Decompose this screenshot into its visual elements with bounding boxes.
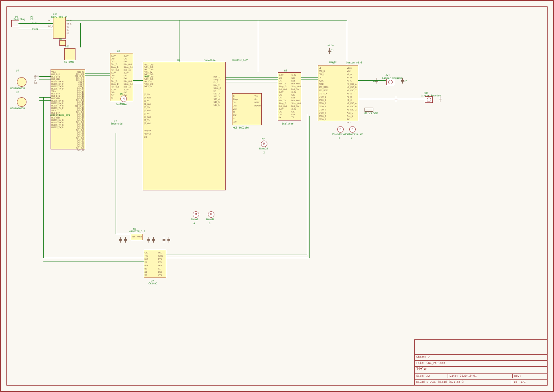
pin-label: Q5_V+ bbox=[144, 106, 151, 109]
pin-label: M0_A bbox=[347, 73, 356, 76]
mks-name: MKS_TMC2160 bbox=[233, 126, 249, 129]
usb-a-gnd: GND bbox=[34, 82, 37, 84]
pin-label: GND bbox=[124, 91, 133, 94]
ch340-left: GNDTXDRXDV3UD+UD-XIXO bbox=[145, 251, 148, 277]
pin-label: 3.3V bbox=[111, 71, 119, 74]
pin-label: Step_Out bbox=[124, 83, 133, 86]
kbpc-vp: V+ bbox=[67, 26, 69, 28]
wire bbox=[43, 97, 44, 258]
smoothie-name: Smoothie bbox=[204, 59, 216, 61]
pin-label: SCK bbox=[233, 114, 238, 117]
pin-label: Step_Out bbox=[291, 85, 301, 88]
pin-label: M0_B bbox=[347, 76, 356, 80]
pump-ref: M? bbox=[120, 92, 123, 95]
psu-kbpc bbox=[53, 17, 66, 39]
tb-sheet: Sheet: / bbox=[416, 355, 430, 359]
pin-label: M1_A bbox=[347, 92, 356, 96]
pin-label: Dir_Out bbox=[291, 82, 301, 85]
cap-ency bbox=[396, 96, 396, 102]
pin-label: USBSS_TX_P bbox=[51, 126, 63, 129]
a70-c2 bbox=[125, 237, 126, 243]
pin-label: GND bbox=[124, 57, 133, 60]
iso2-ref: U? bbox=[284, 69, 287, 72]
pin-label: 3.3V bbox=[124, 88, 133, 91]
pin-label: Dir bbox=[233, 101, 238, 104]
pin-label: Play13 bbox=[144, 133, 151, 136]
pin-label: En bbox=[214, 90, 221, 92]
pin-label: RI bbox=[158, 267, 163, 271]
pin-label: M0_ENC_B bbox=[347, 86, 356, 89]
wire bbox=[18, 29, 53, 29]
pin-label: GND bbox=[291, 94, 301, 96]
pin-label: Step_In bbox=[111, 83, 119, 86]
wire bbox=[226, 82, 278, 82]
pin-label: GND bbox=[145, 251, 148, 255]
pin-label: SPI_MOSI bbox=[319, 89, 328, 92]
pin-label: RTS bbox=[158, 258, 163, 261]
kbpc-vm: V- bbox=[67, 29, 69, 31]
pin-label: RX bbox=[279, 116, 287, 119]
wire bbox=[347, 20, 347, 65]
pin-label: R232 bbox=[158, 255, 163, 258]
pin-label: Dir_In bbox=[111, 80, 119, 83]
pin-label: DIAG0 bbox=[255, 104, 261, 108]
smoothie-right: Dir_1Step_1En_1Dir_2Step_2EnSIG_2SIG_3SI… bbox=[214, 76, 221, 106]
pin-label: SDI bbox=[233, 117, 238, 120]
pin-label: Dir_In bbox=[279, 82, 287, 85]
pin-label: Dir_In bbox=[111, 63, 119, 66]
pin-label: SIG_5 bbox=[214, 101, 221, 104]
ency-name: Linear Encoder bbox=[421, 94, 441, 97]
pin-label: Step bbox=[233, 98, 238, 101]
pin-label: CH? bbox=[111, 77, 119, 80]
pin-label: CH? bbox=[279, 80, 287, 82]
pin-label: SIG_4 bbox=[214, 98, 221, 101]
wire bbox=[301, 77, 318, 78]
iso1-right-pins: 3.3VGNDExtDir_OutStep_OutRet_In3.3VGNDEx… bbox=[124, 55, 133, 100]
pin-label: Dir_Out bbox=[291, 99, 301, 102]
wire bbox=[301, 80, 318, 80]
wire bbox=[39, 100, 51, 101]
nema22-name: Nema22 bbox=[259, 147, 268, 150]
a70-vout: VOUT bbox=[137, 235, 142, 238]
wire bbox=[43, 261, 144, 261]
usb-b-name: USB100W03M bbox=[10, 107, 25, 110]
title-block: Sheet: / File: CNC_PnP.sch Title: Size: … bbox=[414, 339, 548, 386]
pin-label: DTR bbox=[158, 261, 163, 264]
pin-label: Step_2 bbox=[214, 87, 221, 90]
pin-label: M0_ENC_Z bbox=[347, 89, 356, 92]
usb-a-body bbox=[17, 77, 26, 87]
wire bbox=[39, 97, 51, 98]
pin-label: CAN_L bbox=[319, 73, 328, 76]
pin-label: GPIO_1 bbox=[319, 96, 328, 99]
pin-label: Aux_L bbox=[347, 112, 356, 115]
pin-label: UD+ bbox=[145, 264, 148, 267]
pin-label: Q5_Gnd bbox=[144, 109, 151, 112]
tb-title: Title: bbox=[416, 368, 428, 372]
psu-kbpc-name: KBPC-V50-24 bbox=[51, 15, 67, 18]
pin-label: 3.3V bbox=[111, 88, 119, 91]
pin-label: L4 bbox=[319, 76, 328, 80]
pin-label: M0_ENC_A bbox=[347, 83, 356, 86]
sol-name: Solenoid bbox=[111, 122, 122, 125]
pin-label: CS bbox=[233, 111, 238, 114]
a70-ref: U? bbox=[133, 227, 136, 230]
pump-name: Pump bbox=[120, 102, 125, 105]
pin-label: Ext bbox=[291, 80, 301, 82]
pin-label: Q8_V+ bbox=[144, 112, 151, 116]
pin-label: SIG_6 bbox=[214, 104, 221, 106]
wire bbox=[133, 83, 143, 83]
wire bbox=[226, 80, 278, 80]
pin-label: TX bbox=[291, 116, 301, 119]
pin-label: Gnd bbox=[255, 98, 261, 101]
iso2-left-pins: 3.3VGNDCH?Dir_InStep_InRet_Out3.3VGNDCH?… bbox=[279, 74, 287, 119]
pin-label: Ret_In bbox=[124, 69, 133, 71]
wire bbox=[39, 80, 51, 80]
odrive-right: VBusVCCM0_AM0_BM0_CM0_ENC_AM0_ENC_BM0_EN… bbox=[347, 67, 356, 125]
pin-label: GPIO_6 bbox=[319, 112, 328, 115]
pin-label: CH? bbox=[279, 113, 287, 116]
pin-label: 3.3V bbox=[291, 108, 301, 110]
pin-label: Q8_Gnd bbox=[144, 116, 151, 119]
pin-label: CAN_H bbox=[319, 70, 328, 73]
jetson-right-pins: PWR_5VJ41_GNDJ41_3_3VJ41_D_PJ41_D_NJ41_5… bbox=[75, 71, 84, 151]
usb-a-ref: U? bbox=[16, 69, 19, 72]
